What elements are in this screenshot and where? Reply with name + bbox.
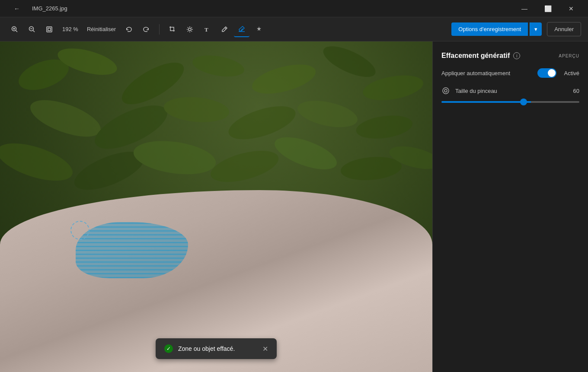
toggle-track <box>537 68 556 78</box>
minimize-button[interactable]: — <box>514 2 534 16</box>
zoom-out-button[interactable] <box>24 22 40 37</box>
svg-line-5 <box>33 30 35 32</box>
toast-text: Zone ou objet effacé. <box>178 345 257 352</box>
brush-label-col: Taille du pinceau <box>455 87 564 95</box>
brush-slider-container <box>441 97 579 105</box>
fit-view-button[interactable] <box>42 22 57 37</box>
brightness-button[interactable] <box>182 22 198 37</box>
image-area[interactable]: ✓ Zone ou objet effacé. ✕ <box>0 41 432 372</box>
reset-button[interactable]: Réinitialiser <box>83 24 119 34</box>
svg-point-41 <box>443 88 449 94</box>
undo-button[interactable] <box>121 22 137 37</box>
svg-rect-7 <box>47 27 52 32</box>
auto-apply-label: Appliquer automatiquement <box>441 70 532 76</box>
redo-button[interactable] <box>138 22 154 37</box>
svg-line-17 <box>188 31 189 32</box>
svg-point-25 <box>249 59 319 99</box>
svg-point-33 <box>355 112 414 142</box>
svg-point-24 <box>191 52 246 80</box>
back-button[interactable]: ← <box>7 2 27 16</box>
brush-size-slider[interactable] <box>441 101 579 103</box>
right-panel: Effacement génératif i APERÇU Appliquer … <box>432 41 588 372</box>
auto-apply-toggle[interactable] <box>537 68 556 78</box>
svg-point-37 <box>208 145 282 188</box>
zoom-in-button[interactable] <box>7 22 22 37</box>
save-options-dropdown-button[interactable]: ▾ <box>530 22 542 36</box>
zoom-value: 192 % <box>59 26 82 32</box>
window-controls: — ⬜ ✕ <box>514 2 581 16</box>
pen-button[interactable] <box>217 22 232 37</box>
image-background <box>0 41 432 372</box>
svg-point-34 <box>0 136 77 188</box>
main-layout: ✓ Zone ou objet effacé. ✕ Effacement gén… <box>0 41 588 372</box>
svg-point-36 <box>131 136 218 179</box>
toggle-thumb <box>548 69 556 77</box>
svg-point-39 <box>340 155 403 183</box>
eraser-button[interactable] <box>234 22 249 37</box>
svg-rect-8 <box>48 28 51 31</box>
toast-notification: ✓ Zone ou objet effacé. ✕ <box>156 338 277 359</box>
effects-button[interactable] <box>251 22 267 37</box>
info-icon[interactable]: i <box>513 52 520 59</box>
image-canvas <box>0 41 432 372</box>
svg-line-19 <box>225 28 226 29</box>
toast-icon: ✓ <box>164 344 173 353</box>
close-button[interactable]: ✕ <box>561 2 581 16</box>
brush-size-icon <box>441 86 450 95</box>
auto-apply-row: Appliquer automatiquement Activé <box>441 68 579 78</box>
crop-button[interactable] <box>165 22 180 37</box>
svg-line-15 <box>192 31 192 32</box>
painted-selection <box>76 222 188 278</box>
svg-point-32 <box>295 96 360 132</box>
panel-title: Effacement génératif <box>441 52 510 60</box>
window-title: IMG_2265.jpg <box>32 5 67 12</box>
svg-point-42 <box>444 89 447 92</box>
toolbar: 192 % Réinitialiser T Options d'enregist… <box>0 17 588 41</box>
svg-point-26 <box>319 41 380 83</box>
cancel-button[interactable]: Annuler <box>547 22 581 36</box>
maximize-button[interactable]: ⬜ <box>538 2 558 16</box>
svg-point-38 <box>271 130 341 176</box>
brush-size-section: Taille du pinceau 60 <box>441 86 579 105</box>
toolbar-separator-1 <box>159 24 160 35</box>
save-options-button[interactable]: Options d'enregistrement <box>451 22 528 36</box>
svg-line-16 <box>192 27 192 28</box>
brush-size-row: Taille du pinceau 60 <box>441 86 579 95</box>
panel-header: Effacement génératif i APERÇU <box>441 52 579 60</box>
brush-size-label: Taille du pinceau <box>455 88 497 94</box>
svg-text:T: T <box>205 26 208 33</box>
svg-line-14 <box>188 27 189 28</box>
toast-close-button[interactable]: ✕ <box>262 345 268 353</box>
svg-point-9 <box>189 28 191 31</box>
svg-line-1 <box>16 30 18 32</box>
toggle-state-label: Activé <box>564 70 579 76</box>
svg-point-30 <box>163 95 230 125</box>
text-button[interactable]: T <box>199 22 215 37</box>
title-bar: ← IMG_2265.jpg — ⬜ ✕ <box>0 0 588 17</box>
preview-badge: APERÇU <box>559 54 579 58</box>
svg-point-28 <box>26 92 105 144</box>
brush-size-value: 60 <box>569 88 579 94</box>
